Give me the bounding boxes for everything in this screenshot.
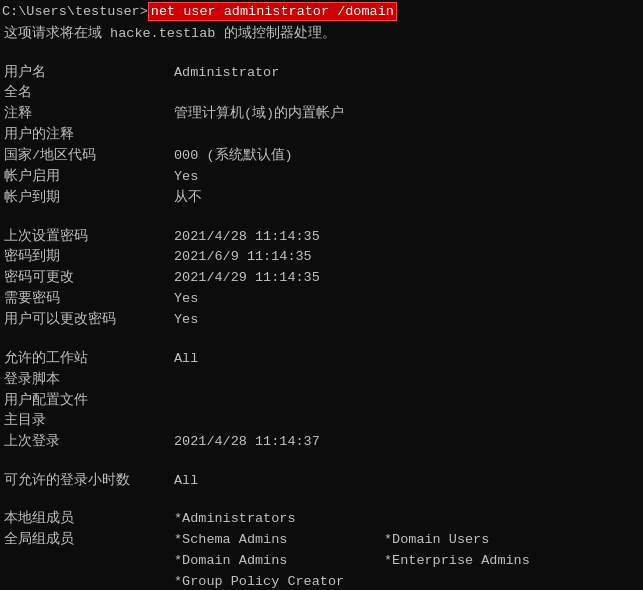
field-global-groups-row1: 全局组成员*Schema Admins *Domain Users	[4, 530, 639, 551]
prompt: C:\Users\testuser>	[2, 4, 148, 19]
label-global-groups-blank2	[4, 572, 174, 590]
label-user-comment: 用户的注释	[4, 125, 174, 146]
global-group-domain-admins: *Domain Admins	[174, 551, 384, 572]
field-pwd-expires: 密码到期2021/6/9 11:14:35	[4, 247, 639, 268]
field-global-groups-row3: *Group Policy Creator	[4, 572, 639, 590]
value-last-pwd-set: 2021/4/28 11:14:35	[174, 227, 320, 248]
field-last-pwd-set: 上次设置密码2021/4/28 11:14:35	[4, 227, 639, 248]
label-username: 用户名	[4, 63, 174, 84]
field-fullname: 全名	[4, 83, 639, 104]
label-pwd-expires: 密码到期	[4, 247, 174, 268]
field-last-logon: 上次登录2021/4/28 11:14:37	[4, 432, 639, 453]
field-home-dir: 主目录	[4, 411, 639, 432]
field-user-comment: 用户的注释	[4, 125, 639, 146]
label-last-pwd-set: 上次设置密码	[4, 227, 174, 248]
label-last-logon: 上次登录	[4, 432, 174, 453]
field-pwd-changeable: 密码可更改2021/4/29 11:14:35	[4, 268, 639, 289]
value-pwd-expires: 2021/6/9 11:14:35	[174, 247, 312, 268]
value-account-expires: 从不	[174, 188, 202, 209]
label-logon-script: 登录脚本	[4, 370, 174, 391]
value-local-groups: *Administrators	[174, 509, 296, 530]
value-country-code: 000 (系统默认值)	[174, 146, 293, 167]
field-user-can-change-pwd: 用户可以更改密码Yes	[4, 310, 639, 331]
output-block: 用户名Administrator 全名 注释管理计算机(域)的内置帐户 用户的注…	[0, 43, 643, 590]
label-local-groups: 本地组成员	[4, 509, 174, 530]
global-group-policy-creator: *Group Policy Creator	[174, 572, 344, 590]
value-pwd-changeable: 2021/4/29 11:14:35	[174, 268, 320, 289]
label-pwd-required: 需要密码	[4, 289, 174, 310]
label-account-active: 帐户启用	[4, 167, 174, 188]
label-logon-hours: 可允许的登录小时数	[4, 471, 174, 492]
global-group-enterprise-admins: *Enterprise Admins	[384, 551, 530, 572]
field-logon-script: 登录脚本	[4, 370, 639, 391]
field-allowed-workstations: 允许的工作站All	[4, 349, 639, 370]
command-line: C:\Users\testuser>net user administrator…	[0, 0, 643, 23]
field-pwd-required: 需要密码Yes	[4, 289, 639, 310]
label-pwd-changeable: 密码可更改	[4, 268, 174, 289]
terminal-window: C:\Users\testuser>net user administrator…	[0, 0, 643, 590]
value-logon-hours: All	[174, 471, 198, 492]
field-global-groups-row2: *Domain Admins *Enterprise Admins	[4, 551, 639, 572]
field-account-expires: 帐户到期从不	[4, 188, 639, 209]
domain-notice: 这项请求将在域 hacke.testlab 的域控制器处理。	[0, 23, 643, 43]
label-global-groups-blank	[4, 551, 174, 572]
value-username: Administrator	[174, 63, 279, 84]
command-text: net user administrator /domain	[148, 2, 397, 21]
label-global-groups: 全局组成员	[4, 530, 174, 551]
field-account-active: 帐户启用Yes	[4, 167, 639, 188]
label-home-dir: 主目录	[4, 411, 174, 432]
label-user-can-change-pwd: 用户可以更改密码	[4, 310, 174, 331]
field-logon-hours: 可允许的登录小时数All	[4, 471, 639, 492]
value-last-logon: 2021/4/28 11:14:37	[174, 432, 320, 453]
value-account-active: Yes	[174, 167, 198, 188]
value-allowed-workstations: All	[174, 349, 198, 370]
global-group-domain-users: *Domain Users	[384, 530, 489, 551]
label-fullname: 全名	[4, 83, 174, 104]
value-comment: 管理计算机(域)的内置帐户	[174, 104, 344, 125]
field-country-code: 国家/地区代码000 (系统默认值)	[4, 146, 639, 167]
value-pwd-required: Yes	[174, 289, 198, 310]
label-user-profile: 用户配置文件	[4, 391, 174, 412]
field-user-profile: 用户配置文件	[4, 391, 639, 412]
label-country-code: 国家/地区代码	[4, 146, 174, 167]
label-account-expires: 帐户到期	[4, 188, 174, 209]
field-local-groups: 本地组成员*Administrators	[4, 509, 639, 530]
global-group-schema-admins: *Schema Admins	[174, 530, 384, 551]
field-username: 用户名Administrator	[4, 63, 639, 84]
field-comment: 注释管理计算机(域)的内置帐户	[4, 104, 639, 125]
value-user-can-change-pwd: Yes	[174, 310, 198, 331]
label-allowed-workstations: 允许的工作站	[4, 349, 174, 370]
label-comment: 注释	[4, 104, 174, 125]
